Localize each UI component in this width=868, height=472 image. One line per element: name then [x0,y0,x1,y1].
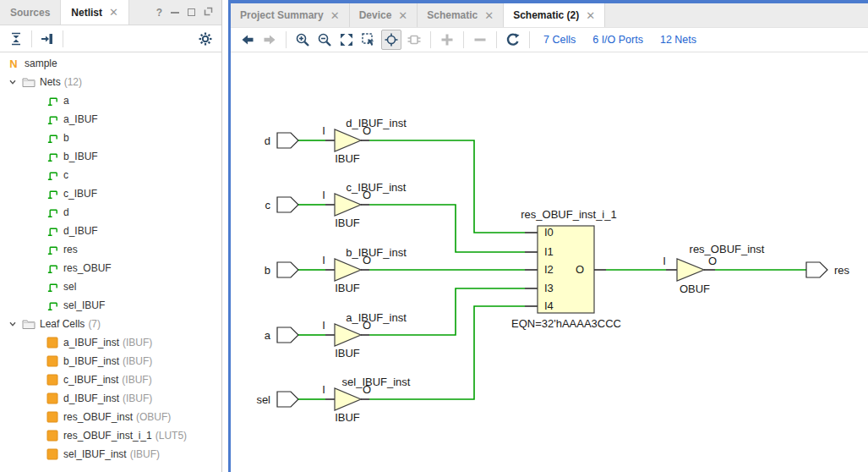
cell-label: b_IBUF_inst [63,355,119,367]
tree-cell-item[interactable]: res_OBUF_inst_i_1(LUT5) [0,426,221,445]
cell-label: d_IBUF_inst [63,392,119,404]
tree-cell-item[interactable]: b_IBUF_inst(IBUF) [0,352,221,370]
tree-net-item[interactable]: c [0,166,221,184]
tree-root-sample[interactable]: N sample [0,54,221,73]
minimize-icon[interactable] [171,11,179,14]
tree-net-item[interactable]: c_IBUF [0,184,221,203]
tree-cell-item[interactable]: a_IBUF_inst(IBUF) [0,333,221,352]
ibuf-symbol[interactable] [335,324,361,346]
maximize-icon[interactable] [188,8,195,16]
tab-schematic-2[interactable]: Schematic (2) ✕ [504,3,605,27]
zoom-fit-button[interactable] [337,30,356,49]
ibuf-symbol[interactable] [335,259,361,281]
tree-cell-item[interactable]: res_OBUF_inst(OBUF) [0,408,221,426]
tree-net-item[interactable]: d [0,203,221,222]
obuf-symbol[interactable] [677,259,704,281]
schematic-toolbar: 7 Cells 6 I/O Ports 12 Nets [231,28,868,52]
input-port-symbol[interactable] [277,327,298,343]
pin-in-label: I [322,254,325,266]
ibuf-a-group: a I O a_IBUF_inst IBUF [265,288,538,359]
tree-group-leaf-cells[interactable]: Leaf Cells (7) [0,315,221,333]
cells-group-label: Leaf Cells [40,318,85,330]
cell-type-label: IBUF [335,217,360,229]
input-port-symbol[interactable] [277,262,298,277]
close-icon[interactable]: ✕ [330,10,340,21]
zoom-in-button[interactable] [293,30,312,49]
toolbar-separator [529,31,530,48]
nets-group-count: (12) [64,76,82,88]
tree-cell-item[interactable]: sel_IBUF_inst(IBUF) [0,445,221,464]
net-icon [46,113,59,126]
close-icon[interactable]: ✕ [484,10,494,21]
tab-device[interactable]: Device ✕ [350,3,418,27]
output-port-symbol[interactable] [806,262,827,277]
zoom-out-button[interactable] [315,30,334,49]
tree-net-item[interactable]: d_IBUF [0,222,221,240]
tree-cell-item[interactable]: d_IBUF_inst(IBUF) [0,389,221,408]
input-port-symbol[interactable] [277,392,298,407]
tab-netlist-label: Netlist [71,7,102,19]
schematic-canvas[interactable]: d I O d_IBUF_inst IBUF c [231,52,868,472]
ibuf-symbol[interactable] [335,129,361,151]
tab-sources[interactable]: Sources [0,0,61,25]
expand-cone-button[interactable] [405,30,423,49]
chevron-down-icon[interactable] [7,76,19,88]
net-wire[interactable] [369,205,525,252]
tree-net-item[interactable]: a_IBUF [0,110,221,129]
tab-netlist[interactable]: Netlist ✕ [61,0,129,25]
instance-label: d_IBUF_inst [346,117,407,129]
remove-button[interactable] [471,30,489,49]
tree-net-item[interactable]: res [0,240,221,259]
input-port-symbol[interactable] [277,197,298,212]
net-label: c [63,169,68,181]
lut5-group: res_OBUF_inst_i_1 I0 I1 I2 I3 I4 O EQN=3… [511,208,621,330]
collapse-all-button[interactable] [7,30,25,48]
tree-group-nets[interactable]: Nets (12) [0,73,221,91]
ibuf-symbol[interactable] [335,388,361,410]
pin-in-label: I [322,124,325,137]
zoom-to-selection-button[interactable] [359,30,378,49]
ibuf-symbol[interactable] [335,194,361,216]
nets-link[interactable]: 12 Nets [660,34,696,46]
schematic-drawing: d I O d_IBUF_inst IBUF c [231,52,867,471]
net-icon [46,168,59,182]
lut-out-pin-label: O [576,263,584,276]
autofit-selection-toggle[interactable] [381,30,401,50]
tree-net-item[interactable]: sel_IBUF [0,296,221,315]
net-icon [46,224,59,238]
tree-net-item[interactable]: b [0,129,221,147]
help-icon[interactable]: ? [156,8,162,18]
add-button[interactable] [438,30,456,49]
cell-type-label: IBUF [335,411,360,424]
io-ports-link[interactable]: 6 I/O Ports [592,34,643,46]
settings-button[interactable] [196,30,215,48]
tree-net-item[interactable]: res_OBUF [0,259,221,277]
input-port-symbol[interactable] [277,133,298,148]
panel-window-controls: ? [156,0,221,25]
scroll-to-selected-button[interactable] [38,30,57,48]
cell-label: c_IBUF_inst [63,374,118,386]
forward-button[interactable] [260,30,279,49]
cell-type: (IBUF) [122,374,151,386]
tab-schematic[interactable]: Schematic ✕ [418,3,504,27]
tab-project-summary[interactable]: Project Summary ✕ [231,3,350,27]
cell-icon [46,447,59,461]
back-button[interactable] [238,30,257,49]
tree-net-item[interactable]: b_IBUF [0,147,221,166]
net-label: res [63,244,78,255]
chip-icon [407,32,422,47]
chevron-down-icon[interactable] [7,318,19,330]
zoom-fit-icon [339,32,354,47]
cell-icon [46,336,59,349]
close-icon[interactable]: ✕ [109,7,118,18]
close-icon[interactable]: ✕ [586,10,595,21]
tree-net-item[interactable]: sel [0,277,221,296]
regenerate-button[interactable] [504,30,522,49]
float-icon[interactable] [204,7,213,18]
cell-type: (OBUF) [136,411,171,423]
net-icon [46,150,59,163]
tree-net-item[interactable]: a [0,91,221,110]
tree-cell-item[interactable]: c_IBUF_inst(IBUF) [0,370,221,389]
cells-link[interactable]: 7 Cells [543,34,576,46]
close-icon[interactable]: ✕ [398,10,407,21]
